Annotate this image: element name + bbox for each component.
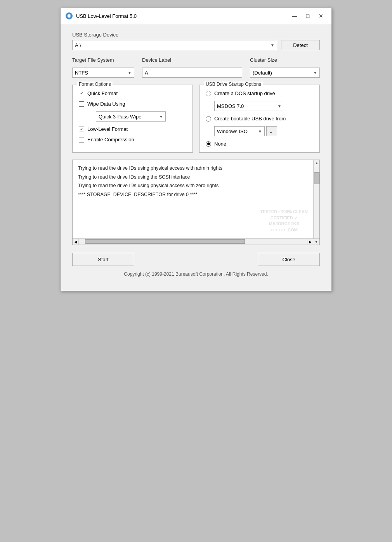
device-label-label: Device Label [142,57,242,63]
log-line-3: Trying to read the drive IDs using the S… [78,173,314,182]
startup-options-panel: USB Drive Startup Options Create a DOS s… [199,85,320,153]
browse-button[interactable]: ... [266,126,277,136]
app-icon [65,12,73,20]
dos-version-chevron-icon: ▼ [278,104,281,108]
detect-button[interactable]: Detect [281,40,320,50]
copyright-text: Copyright (c) 1999-2021 Bureausoft Corpo… [72,271,320,283]
low-level-format-label: Low-Level Format [87,126,128,132]
enable-compression-checkbox[interactable] [79,137,84,142]
scroll-right-icon[interactable]: ▶ [307,239,313,245]
device-label-input[interactable] [142,68,242,78]
bootable-source-chevron-icon: ▼ [258,129,262,134]
scroll-up-icon[interactable]: ▲ [314,160,320,166]
window-title: USB Low-Level Format 5.0 [76,13,289,19]
wipe-method-group: Quick 3-Pass Wipe ▼ [87,111,186,122]
cluster-selector[interactable]: (Default) ▼ [250,68,320,78]
bootable-source-row: Windows ISO ▼ ... [214,126,313,136]
wipe-data-label: Wipe Data Using [87,101,125,107]
drive-chevron-icon: ▼ [271,43,274,47]
wipe-method-selector[interactable]: Quick 3-Pass Wipe ▼ [96,111,166,122]
filesystem-label: Target File System [72,57,134,63]
drive-selector[interactable]: A:\ ▼ [72,40,277,50]
log-area: Trying to read the drive IDs using physi… [72,160,320,245]
main-window: USB Low-Level Format 5.0 — □ ✕ USB Stora… [60,8,332,291]
device-label-group: Device Label [142,57,242,78]
scroll-down-icon[interactable]: ▼ [313,238,319,245]
bootable-option[interactable]: Create bootable USB drive from [206,116,313,122]
dos-startup-radio[interactable] [206,91,211,96]
bootable-source-selector[interactable]: Windows ISO ▼ [214,126,265,136]
bootable-label: Create bootable USB drive from [214,116,286,122]
wipe-data-checkbox[interactable] [79,101,84,107]
log-line-7: **** STORAGE_DEVICE_DESCRIPTOR for drive… [78,190,314,199]
device-section-label: USB Storage Device [72,32,320,38]
cluster-group: Cluster Size (Default) ▼ [250,57,320,78]
scroll-left-icon[interactable]: ◀ [73,239,79,245]
minimize-button[interactable]: — [289,11,300,21]
bottom-buttons: Start Close [72,253,320,266]
hscroll-thumb[interactable] [85,239,245,244]
low-level-format-checkbox[interactable] [79,127,84,132]
none-label: None [214,141,226,147]
dos-version-value: MSDOS 7.0 [217,103,244,109]
hscroll-track [79,239,307,245]
bootable-source-value: Windows ISO [217,129,248,134]
log-content[interactable]: Trying to read the drive IDs using physi… [73,160,319,237]
wipe-method-value: Quick 3-Pass Wipe [99,114,142,120]
vertical-scrollbar[interactable]: ▲ [313,160,319,245]
dos-startup-label: Create a DOS startup drive [214,90,275,96]
format-options-title: Format Options [77,82,113,87]
quick-format-option[interactable]: Quick Format [79,90,186,96]
filesystem-group: Target File System NTFS ▼ [72,57,134,78]
content-area: USB Storage Device A:\ ▼ Detect Target F… [61,24,331,291]
title-bar: USB Low-Level Format 5.0 — □ ✕ [61,8,331,24]
startup-options-title: USB Drive Startup Options [204,82,263,87]
maximize-button[interactable]: □ [302,11,314,21]
start-button[interactable]: Start [72,253,134,266]
scrollbar-thumb[interactable] [314,172,319,184]
cluster-chevron-icon: ▼ [313,71,317,75]
quick-format-checkbox[interactable] [79,91,84,96]
enable-compression-option[interactable]: Enable Compression [79,137,186,142]
enable-compression-label: Enable Compression [87,137,134,142]
none-option[interactable]: None [206,141,313,147]
format-options-panel: Format Options Quick Format Wipe Data Us… [72,85,193,153]
log-line-1: Trying to read the drive IDs using physi… [78,164,314,173]
filesystem-chevron-icon: ▼ [128,71,132,75]
quick-format-label: Quick Format [87,90,118,96]
close-button[interactable]: ✕ [315,11,327,21]
low-level-format-option[interactable]: Low-Level Format [79,126,186,132]
cluster-label: Cluster Size [250,57,320,63]
dos-version-selector[interactable]: MSDOS 7.0 ▼ [214,101,284,111]
close-window-button[interactable]: Close [258,253,320,266]
svg-rect-2 [68,14,70,17]
window-controls: — □ ✕ [289,11,327,21]
options-panels: Format Options Quick Format Wipe Data Us… [72,85,320,153]
device-row: A:\ ▼ Detect [72,40,320,50]
options-row-top: Target File System NTFS ▼ Device Label C… [72,57,320,78]
horizontal-scrollbar[interactable]: ◀ ▶ [73,238,313,245]
bootable-radio[interactable] [206,116,211,122]
wipe-data-option[interactable]: Wipe Data Using [79,101,186,107]
log-line-5: Trying to read the drive IDs using physi… [78,181,314,190]
cluster-value: (Default) [253,70,272,76]
drive-value: A:\ [75,42,81,48]
none-radio[interactable] [206,141,211,147]
wipe-method-chevron-icon: ▼ [159,115,163,119]
filesystem-value: NTFS [75,70,88,76]
filesystem-selector[interactable]: NTFS ▼ [72,68,134,78]
dos-startup-option[interactable]: Create a DOS startup drive [206,90,313,96]
